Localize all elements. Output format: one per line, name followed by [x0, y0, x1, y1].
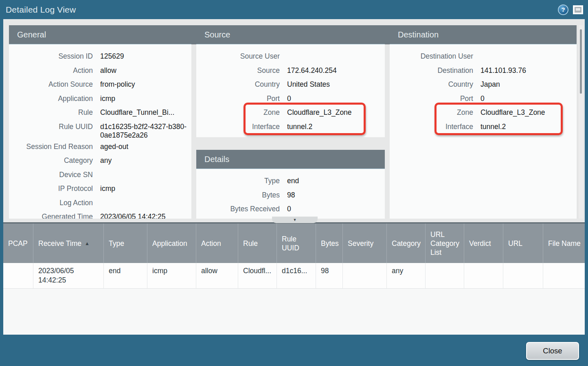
splitter-handle[interactable]: ▼	[272, 217, 318, 223]
help-icon[interactable]: ?	[558, 4, 568, 15]
log-table: PCAP Receive Time▲ Type Application Acti…	[3, 222, 585, 335]
column-header-rule[interactable]: Rule	[238, 224, 277, 263]
field-action-source: Action Sourcefrom-policy	[9, 77, 191, 92]
column-header-bytes[interactable]: Bytes	[316, 224, 343, 263]
sort-ascending-icon: ▲	[85, 239, 90, 248]
cell-rule-uuid: d1c16...	[277, 263, 316, 288]
field-bytes-received: Bytes Received0	[196, 202, 385, 216]
chevron-down-icon: ▼	[293, 218, 297, 222]
column-header-severity[interactable]: Severity	[343, 224, 387, 263]
field-action: Actionallow	[9, 64, 191, 78]
field-rule-uuid: Rule UUIDd1c16235-b2f2-4327-b380-0ae1875…	[9, 120, 191, 140]
column-header-pcap[interactable]: PCAP	[3, 224, 33, 263]
window-restore-icon-inner	[575, 7, 581, 13]
destination-panel-title: Destination	[390, 25, 577, 44]
general-panel-body: Session ID125629 Actionallow Action Sour…	[9, 44, 191, 219]
dialog-content: General Session ID125629 Actionallow Act…	[3, 19, 585, 335]
cell-url	[503, 263, 543, 288]
field-type: Typeend	[196, 174, 385, 188]
column-header-receive-time[interactable]: Receive Time▲	[33, 224, 104, 263]
cell-bytes: 98	[316, 263, 343, 288]
source-panel-title: Source	[196, 25, 385, 44]
field-ip-protocol: IP Protocolicmp	[9, 182, 191, 196]
cell-receive-time: 2023/06/05 14:42:25	[33, 263, 104, 288]
field-source: Source172.64.240.254	[196, 64, 385, 78]
column-header-action[interactable]: Action	[196, 224, 238, 263]
titlebar-icons: ?	[558, 4, 588, 15]
field-destination-user: Destination User	[390, 49, 577, 64]
column-header-verdict[interactable]: Verdict	[464, 224, 503, 263]
close-button[interactable]: Close	[526, 342, 579, 360]
panel-scrollbar-thumb[interactable]	[580, 29, 582, 94]
details-panel-body: Typeend Bytes98 Bytes Received0	[196, 169, 385, 219]
field-category: Categoryany	[9, 153, 191, 168]
general-panel-title: General	[9, 25, 191, 44]
cell-category: any	[387, 263, 426, 288]
field-source-zone: ZoneCloudflare_L3_Zone	[196, 105, 385, 120]
column-header-url-category-list[interactable]: URL Category List	[426, 224, 464, 263]
cell-rule: Cloudfl...	[238, 263, 277, 288]
column-header-rule-uuid[interactable]: Rule UUID	[277, 224, 316, 263]
source-panel: Source Source User Source172.64.240.254 …	[196, 25, 385, 137]
cell-severity	[343, 263, 387, 288]
field-session-id: Session ID125629	[9, 49, 191, 64]
cell-pcap	[3, 263, 33, 288]
cell-verdict	[464, 263, 503, 288]
field-generated-time: Generated Time2023/06/05 14:42:25	[9, 210, 191, 219]
column-header-file-name[interactable]: File Name	[543, 224, 585, 263]
log-table-header: PCAP Receive Time▲ Type Application Acti…	[3, 224, 585, 263]
field-application: Applicationicmp	[9, 92, 191, 106]
field-source-port: Port0	[196, 92, 385, 106]
field-destination-port: Port0	[390, 92, 577, 106]
field-destination-interface: Interfacetunnel.2	[390, 120, 577, 134]
title-bar: Detailed Log View ?	[0, 0, 588, 19]
column-header-type[interactable]: Type	[104, 224, 147, 263]
field-log-action: Log Action	[9, 196, 191, 210]
column-header-url[interactable]: URL	[503, 224, 543, 263]
column-header-category[interactable]: Category	[387, 224, 426, 263]
source-panel-body: Source User Source172.64.240.254 Country…	[196, 44, 385, 137]
window-restore-icon[interactable]	[573, 5, 583, 14]
details-panel: Details Typeend Bytes98 Bytes Received0	[196, 150, 385, 219]
field-bytes: Bytes98	[196, 188, 385, 202]
field-destination-zone: ZoneCloudflare_L3_Zone	[390, 105, 577, 120]
detailed-log-view-dialog: Detailed Log View ? General Session ID12…	[0, 0, 588, 366]
panel-scrollbar[interactable]	[578, 25, 583, 219]
field-source-country: CountryUnited States	[196, 77, 385, 92]
field-session-end-reason: Session End Reasonaged-out	[9, 140, 191, 154]
field-destination-country: CountryJapan	[390, 77, 577, 92]
cell-file-name	[543, 263, 585, 288]
field-destination: Destination141.101.93.76	[390, 64, 577, 78]
page-title: Detailed Log View	[0, 5, 76, 15]
field-source-interface: Interfacetunnel.2	[196, 120, 385, 134]
column-header-application[interactable]: Application	[147, 224, 196, 263]
destination-panel: Destination Destination User Destination…	[390, 25, 577, 219]
cell-application: icmp	[147, 263, 196, 288]
destination-panel-body: Destination User Destination141.101.93.7…	[390, 44, 577, 219]
cell-url-category-list	[426, 263, 464, 288]
field-rule: RuleCloudflare_Tunnel_Bi...	[9, 105, 191, 120]
field-source-user: Source User	[196, 49, 385, 64]
log-table-row[interactable]: 2023/06/05 14:42:25 end icmp allow Cloud…	[3, 263, 585, 289]
field-device-sn: Device SN	[9, 168, 191, 182]
cell-action: allow	[196, 263, 238, 288]
cell-type: end	[104, 263, 147, 288]
general-panel: General Session ID125629 Actionallow Act…	[9, 25, 191, 219]
details-panel-title: Details	[196, 150, 385, 169]
